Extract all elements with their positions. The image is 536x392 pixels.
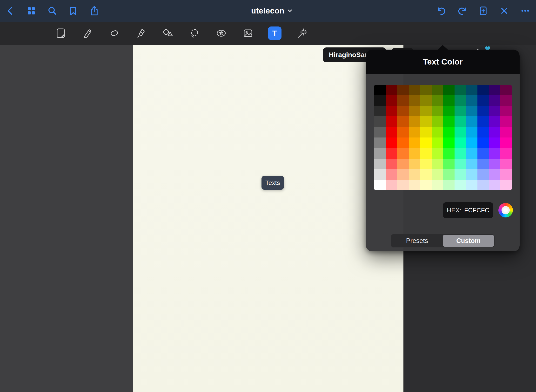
color-swatch[interactable] (477, 95, 489, 106)
color-swatch[interactable] (409, 159, 420, 169)
color-swatch[interactable] (455, 159, 466, 169)
document-title[interactable]: utelecon (251, 0, 293, 22)
tab-custom[interactable]: Custom (443, 235, 494, 247)
laser-tool-button[interactable] (288, 22, 315, 45)
color-swatch[interactable] (386, 116, 397, 127)
color-swatch[interactable] (443, 95, 455, 106)
color-swatch[interactable] (397, 127, 409, 137)
color-swatch[interactable] (455, 95, 466, 106)
color-swatch[interactable] (489, 169, 500, 180)
color-swatch[interactable] (420, 116, 432, 127)
color-swatch[interactable] (500, 85, 512, 95)
color-swatch[interactable] (489, 137, 500, 148)
color-swatch[interactable] (397, 106, 409, 117)
color-swatch[interactable] (455, 137, 466, 148)
color-swatch[interactable] (455, 127, 466, 137)
color-swatch[interactable] (466, 159, 477, 169)
color-swatch[interactable] (420, 106, 432, 117)
color-swatch[interactable] (500, 116, 512, 127)
color-swatch[interactable] (420, 85, 432, 95)
color-swatch[interactable] (432, 116, 443, 127)
color-swatch[interactable] (432, 95, 443, 106)
color-swatch[interactable] (397, 169, 409, 180)
color-swatch[interactable] (397, 148, 409, 159)
color-swatch[interactable] (500, 127, 512, 137)
color-swatch[interactable] (500, 180, 512, 190)
color-swatch[interactable] (374, 137, 386, 148)
color-swatch[interactable] (489, 159, 500, 169)
color-swatch[interactable] (386, 180, 397, 190)
color-swatch[interactable] (409, 95, 420, 106)
color-swatch[interactable] (477, 137, 489, 148)
color-swatch[interactable] (432, 159, 443, 169)
redo-button[interactable] (457, 6, 468, 16)
color-swatch[interactable] (455, 148, 466, 159)
color-swatch[interactable] (397, 180, 409, 190)
color-swatch[interactable] (443, 159, 455, 169)
color-swatch[interactable] (386, 137, 397, 148)
color-swatch[interactable] (420, 180, 432, 190)
note-page[interactable] (133, 45, 403, 392)
text-tool-button[interactable]: T (261, 22, 288, 45)
color-swatch[interactable] (374, 106, 386, 117)
color-swatch[interactable] (466, 106, 477, 117)
color-wheel-button[interactable] (498, 203, 513, 217)
hex-input[interactable]: HEX: FCFCFC (443, 202, 493, 218)
color-swatch[interactable] (477, 127, 489, 137)
color-swatch[interactable] (409, 169, 420, 180)
back-button[interactable] (5, 6, 16, 16)
color-swatch[interactable] (432, 85, 443, 95)
color-swatch[interactable] (489, 106, 500, 117)
share-button[interactable] (89, 6, 100, 16)
image-tool-button[interactable] (234, 22, 261, 45)
color-swatch[interactable] (386, 127, 397, 137)
thumbnails-button[interactable] (26, 6, 37, 16)
color-swatch[interactable] (477, 85, 489, 95)
color-swatch[interactable] (500, 106, 512, 117)
color-swatch[interactable] (374, 180, 386, 190)
eraser-tool-button[interactable] (101, 22, 127, 45)
color-swatch[interactable] (443, 116, 455, 127)
color-swatch[interactable] (409, 127, 420, 137)
color-swatch[interactable] (477, 148, 489, 159)
color-swatch[interactable] (386, 169, 397, 180)
shapes-tool-button[interactable] (154, 22, 181, 45)
color-swatch[interactable] (397, 159, 409, 169)
color-swatch[interactable] (420, 127, 432, 137)
color-swatch[interactable] (466, 116, 477, 127)
color-swatch[interactable] (466, 95, 477, 106)
color-swatch[interactable] (374, 148, 386, 159)
color-swatch[interactable] (466, 137, 477, 148)
color-swatch[interactable] (409, 180, 420, 190)
color-swatch[interactable] (477, 159, 489, 169)
color-swatch[interactable] (432, 169, 443, 180)
color-swatch[interactable] (397, 116, 409, 127)
search-button[interactable] (47, 6, 58, 16)
color-swatch[interactable] (455, 169, 466, 180)
color-swatch[interactable] (409, 116, 420, 127)
color-swatch[interactable] (489, 148, 500, 159)
color-swatch[interactable] (409, 148, 420, 159)
color-swatch[interactable] (455, 85, 466, 95)
color-swatch[interactable] (386, 159, 397, 169)
color-swatch[interactable] (477, 169, 489, 180)
color-swatch[interactable] (489, 180, 500, 190)
color-swatch[interactable] (432, 148, 443, 159)
color-swatch[interactable] (374, 169, 386, 180)
tab-presets[interactable]: Presets (391, 235, 443, 247)
color-swatch[interactable] (443, 180, 455, 190)
pen-tool-button[interactable] (74, 22, 101, 45)
color-swatch[interactable] (397, 85, 409, 95)
bookmark-button[interactable] (68, 6, 79, 16)
color-swatch[interactable] (397, 95, 409, 106)
close-button[interactable] (499, 6, 509, 16)
color-swatch[interactable] (386, 95, 397, 106)
color-swatch[interactable] (374, 127, 386, 137)
color-swatch[interactable] (466, 85, 477, 95)
color-swatch[interactable] (374, 116, 386, 127)
color-swatch[interactable] (420, 148, 432, 159)
color-swatch[interactable] (455, 106, 466, 117)
color-swatch[interactable] (500, 137, 512, 148)
color-swatch[interactable] (374, 95, 386, 106)
color-swatch[interactable] (432, 106, 443, 117)
